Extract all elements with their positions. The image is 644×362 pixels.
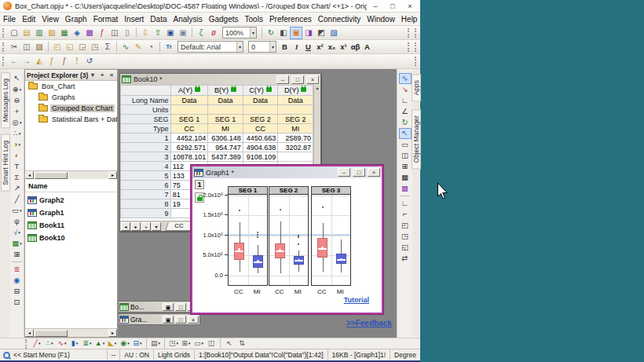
graph-minimize-button[interactable]: –: [338, 168, 350, 177]
nine-panel-icon[interactable]: ▦: [399, 172, 412, 183]
row-label[interactable]: Units: [121, 105, 171, 115]
undo-icon[interactable]: ↺: [83, 55, 96, 68]
scatter-plot-icon[interactable]: ∴▾: [43, 338, 56, 349]
increase-font-button[interactable]: A: [361, 41, 373, 53]
area-plot-icon[interactable]: ◣▾: [106, 338, 119, 349]
row-label[interactable]: 7: [121, 190, 171, 199]
zoom-caret-icon[interactable]: ▾: [250, 27, 256, 38]
data-cell[interactable]: 4450.663: [243, 133, 278, 143]
header-cell[interactable]: SEG 2: [278, 115, 313, 124]
list-item-graph1[interactable]: Graph1: [25, 207, 117, 219]
object-manager-toggle-icon[interactable]: ◨: [302, 27, 315, 39]
reorder-icon[interactable]: ⇅: [236, 338, 248, 349]
menu-data[interactable]: Data: [147, 15, 170, 24]
sheet-tab[interactable]: CC: [165, 222, 192, 231]
row-label[interactable]: 1: [121, 133, 171, 143]
toolbar-grip[interactable]: [415, 42, 418, 52]
data-cell[interactable]: 4452.104: [170, 133, 208, 143]
insert-graph-icon[interactable]: ▦▾: [11, 238, 24, 249]
menu-window[interactable]: Window: [364, 15, 398, 24]
command-window-icon[interactable]: ▨: [327, 27, 340, 39]
layer-bottom-icon[interactable]: ◱: [399, 242, 412, 253]
column-header-by[interactable]: B(Y): [208, 86, 243, 96]
rescale-icon[interactable]: ∟: [399, 95, 412, 106]
pointer-mode-icon[interactable]: ↖: [399, 128, 412, 139]
minimize-button[interactable]: –: [367, 2, 384, 11]
pointer-tool-icon[interactable]: ↖: [11, 73, 24, 84]
column-header-cy[interactable]: C(Y): [243, 86, 278, 96]
line-plot-icon[interactable]: ╱▾: [31, 338, 43, 349]
row-label[interactable]: SEG: [121, 115, 171, 124]
dock-tab-messages-log[interactable]: Messages Log: [1, 72, 10, 128]
two-panel-icon[interactable]: ◫: [399, 150, 412, 161]
line-symbol-plot-icon[interactable]: ∿▾: [56, 338, 68, 349]
layer-tool-icon[interactable]: ⊟: [11, 286, 24, 297]
toolbar-grip[interactable]: [2, 42, 5, 52]
equation-tool-icon[interactable]: Σ: [11, 172, 24, 183]
underline-button[interactable]: U: [302, 41, 314, 53]
italic-button[interactable]: I: [291, 41, 302, 53]
font-name-caret-icon[interactable]: ▾: [236, 42, 243, 52]
column-header-dy[interactable]: D(Y): [278, 86, 313, 96]
menu-preferences[interactable]: Preferences: [266, 15, 315, 24]
import-wizard-icon[interactable]: ⇩: [139, 27, 152, 39]
axis-zoom-icon[interactable]: ∠: [399, 106, 412, 117]
digitizer-icon[interactable]: ζ: [195, 27, 207, 39]
3d-plot-icon[interactable]: ▲▾: [93, 338, 106, 349]
scroll-right-icon[interactable]: ▸: [108, 329, 117, 337]
header-cell[interactable]: SEG 1: [208, 115, 243, 124]
restore-button[interactable]: ▣: [163, 316, 174, 324]
equation-insert-icon[interactable]: √▾: [11, 227, 24, 238]
maximize-button[interactable]: □: [175, 316, 186, 324]
header-cell[interactable]: [278, 105, 313, 115]
add-column-icon[interactable]: ƒ: [58, 55, 71, 68]
multi-curve-plot-icon[interactable]: ≣▾: [81, 338, 93, 349]
toolbar-grip[interactable]: [415, 28, 418, 38]
workbook-close-button[interactable]: ×: [306, 75, 319, 84]
data-cell[interactable]: [278, 152, 313, 162]
save-project-icon[interactable]: ▣: [164, 27, 177, 39]
extract-layer-icon[interactable]: ◫: [205, 338, 218, 349]
spike-protection-icon[interactable]: ø: [207, 27, 220, 39]
toolbar-grip[interactable]: [408, 28, 411, 38]
data-reader-icon[interactable]: ∴▾: [11, 128, 24, 139]
menu-graph[interactable]: Graph: [62, 15, 90, 24]
import-file-icon[interactable]: ⇧: [152, 27, 164, 39]
folder-statistical-bars-data[interactable]: Statistical Bars + Data: [25, 114, 117, 125]
stats-on-columns-icon[interactable]: Σ: [101, 41, 114, 53]
menu-gadgets[interactable]: Gadgets: [206, 15, 242, 24]
swap-layers-icon[interactable]: ⇄: [399, 253, 412, 264]
dock-tab-object-manager[interactable]: Object Manager: [412, 109, 421, 169]
list-item-graph2[interactable]: Graph2: [25, 194, 117, 207]
scale-in-icon[interactable]: ∿: [399, 73, 412, 84]
workbook-maximize-button[interactable]: □: [291, 75, 304, 84]
header-cell[interactable]: SEG 1: [170, 115, 208, 124]
folder-graphs[interactable]: Graphs: [25, 92, 117, 103]
box-plot-icon[interactable]: ⊟▾: [131, 338, 144, 349]
add-layer-bottom-icon[interactable]: ▭▾: [192, 338, 205, 349]
font-size-caret-icon[interactable]: ▾: [269, 42, 276, 52]
data-cell[interactable]: 2589.70: [278, 133, 313, 143]
graph-window[interactable]: Graph1 * – □ × 1 Tutorial 2.0x10⁶1.5x10⁶…: [191, 165, 383, 314]
row-label[interactable]: 6: [121, 181, 171, 190]
open-excel-icon[interactable]: ▥: [33, 27, 46, 39]
menu-analysis[interactable]: Analysis: [170, 15, 205, 24]
template-library-icon[interactable]: ▤▾: [149, 338, 162, 349]
header-cell[interactable]: MI: [208, 124, 243, 133]
toolbar-grip[interactable]: [408, 42, 411, 52]
new-graph-icon[interactable]: ◈: [71, 27, 83, 39]
sub-superscript-button[interactable]: x¹: [338, 41, 349, 53]
close-button[interactable]: ×: [401, 2, 419, 11]
column-plot-icon[interactable]: ▮▾: [68, 338, 81, 349]
auto-hide-pin-icon[interactable]: +: [98, 71, 106, 79]
project-explorer-toggle-icon[interactable]: ◧: [277, 27, 290, 39]
toolbar-grip[interactable]: [2, 28, 5, 38]
toolbar-grip[interactable]: [2, 57, 5, 66]
sheet-next-icon[interactable]: ▸: [131, 222, 141, 231]
data-selector-icon[interactable]: ◑▾: [11, 139, 24, 150]
refresh-icon[interactable]: ↻: [265, 27, 277, 39]
tree-horizontal-scrollbar[interactable]: ◂ ▸: [25, 170, 117, 179]
list-horizontal-scrollbar[interactable]: ◂ ▸: [25, 328, 117, 337]
graph-maker-icon[interactable]: ∿: [119, 41, 132, 53]
data-cell[interactable]: 6306.148: [208, 133, 243, 143]
